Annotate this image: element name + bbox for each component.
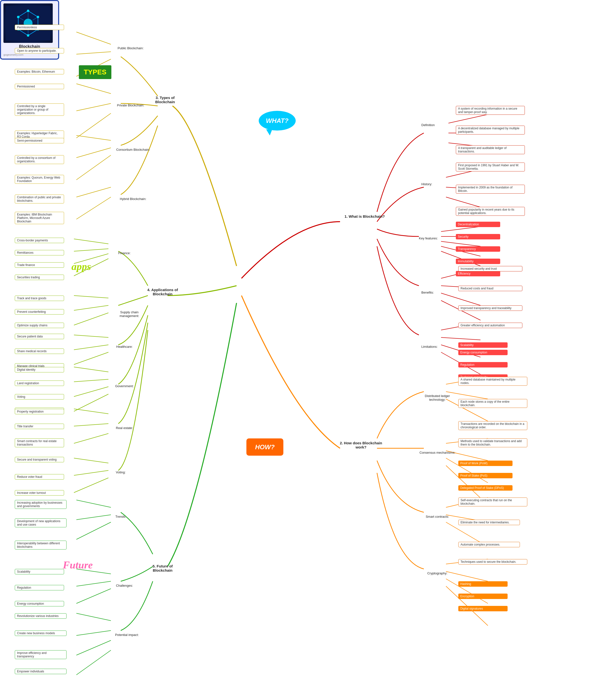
svg-line-53	[74, 352, 108, 365]
re-item-1: Property registration	[15, 409, 64, 414]
svg-line-70	[76, 613, 111, 621]
re-item-3: Smart contracts for real estate transact…	[15, 438, 64, 447]
svg-point-94	[17, 16, 20, 18]
dlt-item-3: Transactions are recorded on the blockch…	[458, 421, 527, 430]
consensus-item-3: Delegated Proof of Stake (DPoS)	[458, 485, 512, 491]
private-item-1: Permissioned	[15, 84, 64, 89]
re-item-2: Title transfer	[15, 424, 64, 429]
blockchain-image	[3, 3, 53, 43]
trends-label: Trends:	[111, 515, 131, 519]
lim-item-3: Regulation	[458, 362, 508, 367]
svg-line-52	[74, 345, 108, 350]
svg-line-64	[76, 500, 111, 507]
svg-line-0	[448, 113, 493, 123]
svg-line-51	[74, 335, 108, 337]
section-how-header: 2. How does Blockchain work?	[335, 441, 387, 449]
fin-item-2: Remittances	[15, 250, 64, 255]
svg-line-63	[74, 478, 108, 493]
svg-point-92	[27, 34, 29, 37]
svg-line-13	[441, 293, 481, 305]
svg-line-58	[74, 409, 108, 414]
def-item-2: A decentralized database managed by mult…	[456, 126, 525, 135]
svg-line-39	[76, 135, 111, 140]
consortium-item-3: Examples: Quorum, Energy Web Foundation	[15, 175, 64, 184]
svg-line-71	[76, 631, 111, 635]
gov-label: Government:	[111, 384, 138, 388]
section-future-header: 5. Future of Blockchain	[143, 564, 182, 572]
types-badge: TYPES	[79, 65, 111, 79]
svg-line-42	[76, 187, 111, 197]
definition-label: Definition	[421, 123, 435, 127]
svg-line-44	[74, 239, 108, 244]
svg-line-38	[76, 113, 111, 138]
svg-line-69	[76, 589, 111, 604]
tr-item-1: Increasing adoption by businesses and go…	[15, 500, 67, 509]
svg-line-33	[76, 32, 111, 44]
smart-label: Smart contracts:	[419, 515, 456, 519]
smart-item-2: Automate complex processes.	[458, 542, 520, 547]
crypto-item-1: Hashing	[458, 581, 508, 587]
hybrid-label: Hybrid Blockchain:	[113, 197, 153, 201]
private-label: Private Blockchain:	[113, 104, 148, 107]
history-item-3: Gained popularity in recent years due to…	[456, 207, 525, 216]
kf-item-4: Immutability	[456, 258, 500, 264]
finance-label: Finance:	[111, 251, 138, 255]
svg-line-54	[74, 367, 108, 372]
watermark: gogeometry.com	[3, 53, 56, 56]
voting-label: Voting:	[111, 471, 131, 474]
dlt-item-1: A shared database maintained by multiple…	[458, 377, 527, 386]
kf-item-3: Transparency	[456, 246, 500, 252]
section-types-header: 3. Types of Blockchain	[146, 95, 185, 104]
ch-item-2: Regulation	[15, 585, 64, 590]
svg-line-8	[441, 241, 481, 246]
gov-item-3: Voting	[15, 394, 64, 400]
svg-line-43	[76, 197, 111, 219]
smart-intro: Self-executing contracts that run on the…	[458, 498, 527, 506]
lim-item-2: Energy consumption	[458, 350, 508, 355]
private-item-2: Controlled by a single organization or g…	[15, 104, 64, 116]
section-what-header: 1. What is Blockchain?	[340, 214, 389, 219]
svg-line-50	[74, 313, 108, 325]
benefits-label: Benefits:	[421, 291, 434, 294]
svg-line-49	[74, 305, 108, 310]
kf-item-5: Efficiency	[456, 271, 500, 276]
history-item-2: Implemented in 2009 as the foundation of…	[456, 185, 525, 194]
hybrid-item-2: Examples: IBM Blockchain Platform, Micro…	[15, 212, 64, 224]
hybrid-item-1: Combination of public and private blockc…	[15, 195, 64, 203]
kf-item-1: Decentralization	[456, 222, 500, 227]
svg-line-62	[74, 471, 108, 475]
history-item-1: First proposed in 1991 by Stuart Haber a…	[456, 163, 525, 172]
crypto-label: Cryptography:	[419, 571, 456, 575]
imp-item-2: Create new business models	[15, 631, 67, 636]
ch-item-3: Energy consumption	[15, 601, 64, 606]
svg-line-73	[76, 650, 111, 675]
consensus-label: Consensus mechanisms:	[419, 451, 456, 454]
kf-item-2: Security	[456, 234, 500, 240]
consensus-item-1: Proof of Work (PoW)	[458, 460, 512, 466]
fin-item-4: Securities trading	[15, 275, 64, 280]
svg-line-56	[74, 387, 108, 396]
svg-line-34	[76, 52, 111, 54]
gov-item-2: Land registration	[15, 381, 64, 386]
imp-item-4: Empower individuals	[15, 669, 67, 674]
vot-item-3: Increase voter turnout	[15, 490, 64, 496]
svg-line-6	[441, 227, 481, 231]
svg-line-66	[76, 522, 111, 539]
svg-line-68	[76, 581, 111, 586]
svg-line-55	[74, 379, 108, 382]
svg-line-65	[76, 515, 111, 520]
svg-point-90	[37, 16, 39, 18]
crypto-item-3: Digital signatures	[458, 606, 508, 611]
svg-line-40	[76, 148, 111, 158]
dlt-label: Distributed ledger technology:	[419, 394, 456, 402]
limitations-label: Limitations:	[421, 345, 438, 348]
public-item-3: Examples: Bitcoin, Ethereum	[15, 69, 64, 74]
impact-label: Potential impact:	[111, 633, 143, 637]
health-label: Healthcare:	[111, 345, 138, 348]
public-label: Public Blockchain:	[113, 46, 148, 50]
svg-line-57	[74, 394, 108, 411]
vot-item-2: Reduce voter fraud	[15, 474, 64, 480]
public-item-1: Permissionless	[15, 25, 64, 30]
sup-item-2: Prevent counterfeiting	[15, 309, 64, 315]
fin-item-3: Trade finance	[15, 262, 64, 268]
